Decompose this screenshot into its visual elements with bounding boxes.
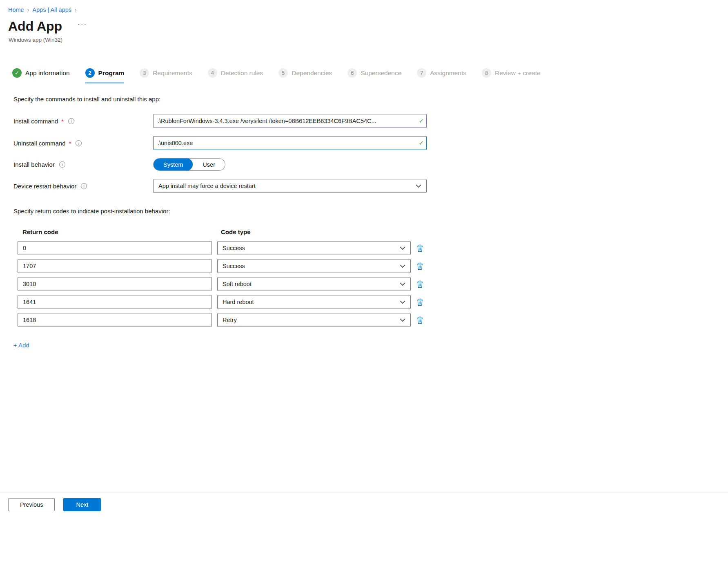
step-number-icon: 5	[278, 68, 288, 78]
breadcrumb-all-apps[interactable]: Apps | All apps	[32, 7, 71, 13]
code-type-select[interactable]: Success	[217, 241, 411, 255]
tab-review-create[interactable]: 8 Review + create	[482, 68, 541, 83]
next-button[interactable]: Next	[63, 498, 101, 511]
tab-label-requirements: Requirements	[153, 69, 192, 77]
tab-label-review-create: Review + create	[495, 69, 541, 77]
return-code-input[interactable]	[18, 295, 212, 309]
code-type-column-header: Code type	[221, 228, 251, 235]
table-row: Hard reboot	[18, 295, 728, 309]
return-code-input[interactable]	[18, 277, 212, 291]
table-row: Retry	[18, 313, 728, 327]
tab-assignments[interactable]: 7 Assignments	[417, 68, 466, 83]
tab-detection-rules[interactable]: 4 Detection rules	[208, 68, 263, 83]
tab-requirements[interactable]: 3 Requirements	[140, 68, 192, 83]
code-type-select[interactable]: Retry	[217, 313, 411, 327]
footer-divider: Previous Next	[0, 492, 728, 511]
step-number-icon: 2	[85, 68, 95, 78]
device-restart-behavior-select[interactable]: App install may force a device restart	[153, 179, 427, 193]
uninstall-command-valid-check-icon: ✓	[419, 139, 424, 147]
code-type-select[interactable]: Hard reboot	[217, 295, 411, 309]
step-number-icon: 8	[482, 68, 491, 78]
step-complete-check-icon: ✓	[12, 68, 22, 78]
tab-label-supersedence: Supersedence	[361, 69, 401, 77]
step-number-icon: 4	[208, 68, 217, 78]
install-behavior-user-option[interactable]: User	[193, 158, 225, 171]
previous-button[interactable]: Previous	[8, 498, 55, 511]
delete-row-trash-icon[interactable]	[416, 315, 424, 325]
chevron-down-icon	[400, 281, 405, 287]
chevron-down-icon	[416, 183, 421, 189]
step-number-icon: 6	[347, 68, 357, 78]
install-command-label-text: Install command	[13, 118, 58, 125]
table-row: Success	[18, 241, 728, 255]
required-asterisk: *	[61, 118, 64, 125]
return-code-column-header: Return code	[22, 228, 221, 235]
tab-supersedence[interactable]: 6 Supersedence	[347, 68, 401, 83]
breadcrumb: Home › Apps | All apps ›	[0, 0, 728, 13]
uninstall-command-label-text: Uninstall command	[13, 140, 66, 147]
more-menu-icon[interactable]: ···	[78, 20, 87, 29]
install-behavior-toggle: System User	[153, 158, 225, 171]
code-type-value: Success	[223, 263, 245, 269]
delete-row-trash-icon[interactable]	[416, 297, 424, 307]
uninstall-command-input[interactable]	[153, 136, 427, 150]
uninstall-command-info-icon[interactable]: i	[76, 140, 82, 146]
required-asterisk: *	[69, 140, 71, 147]
return-codes-headers: Return code Code type	[22, 228, 728, 235]
install-behavior-label-text: Install behavior	[13, 161, 55, 168]
chevron-down-icon	[400, 317, 405, 323]
tab-program[interactable]: 2 Program	[85, 68, 125, 83]
install-behavior-info-icon[interactable]: i	[59, 161, 65, 168]
return-code-input[interactable]	[18, 241, 212, 255]
return-code-input[interactable]	[18, 259, 212, 273]
device-restart-behavior-label: Device restart behavior i	[13, 183, 153, 190]
code-type-value: Soft reboot	[223, 281, 252, 287]
table-row: Success	[18, 259, 728, 273]
wizard-tabs: ✓ App information 2 Program 3 Requiremen…	[12, 68, 728, 83]
add-return-code-link[interactable]: + Add	[13, 342, 29, 349]
code-type-value: Hard reboot	[223, 299, 254, 305]
delete-row-trash-icon[interactable]	[416, 262, 424, 271]
device-restart-behavior-value: App install may force a device restart	[158, 183, 256, 189]
table-row: Soft reboot	[18, 277, 728, 291]
breadcrumb-home[interactable]: Home	[8, 7, 24, 13]
step-number-icon: 7	[417, 68, 426, 78]
device-restart-behavior-label-text: Device restart behavior	[13, 183, 76, 190]
breadcrumb-separator-icon: ›	[75, 7, 77, 13]
tab-label-app-information: App information	[25, 69, 70, 77]
uninstall-command-label: Uninstall command* i	[13, 140, 153, 147]
tab-label-program: Program	[98, 69, 125, 77]
install-command-label: Install command* i	[13, 118, 153, 125]
page-title: Add App	[8, 19, 62, 34]
tab-app-information[interactable]: ✓ App information	[12, 68, 70, 83]
breadcrumb-separator-icon: ›	[27, 7, 29, 13]
step-number-icon: 3	[140, 68, 149, 78]
install-command-input[interactable]	[153, 114, 427, 128]
code-type-value: Success	[223, 245, 245, 251]
chevron-down-icon	[400, 245, 405, 251]
chevron-down-icon	[400, 299, 405, 305]
return-code-input[interactable]	[18, 313, 212, 327]
commands-section-title: Specify the commands to install and unin…	[13, 96, 728, 103]
return-codes-table: Success Success Soft reboot Hard reboot	[18, 241, 728, 327]
code-type-select[interactable]: Soft reboot	[217, 277, 411, 291]
chevron-down-icon	[400, 263, 405, 269]
install-command-valid-check-icon: ✓	[419, 117, 424, 125]
tab-label-detection-rules: Detection rules	[221, 69, 263, 77]
install-behavior-system-option[interactable]: System	[154, 158, 193, 171]
code-type-value: Retry	[223, 317, 237, 323]
delete-row-trash-icon[interactable]	[416, 280, 424, 289]
tab-dependencies[interactable]: 5 Dependencies	[278, 68, 332, 83]
install-behavior-label: Install behavior i	[13, 161, 153, 168]
page-subtitle: Windows app (Win32)	[9, 37, 728, 43]
device-restart-behavior-info-icon[interactable]: i	[81, 183, 87, 189]
tab-label-assignments: Assignments	[430, 69, 466, 77]
return-codes-section-title: Specify return codes to indicate post-in…	[13, 208, 728, 215]
tab-label-dependencies: Dependencies	[292, 69, 332, 77]
install-command-info-icon[interactable]: i	[68, 118, 74, 124]
delete-row-trash-icon[interactable]	[416, 244, 424, 253]
code-type-select[interactable]: Success	[217, 259, 411, 273]
